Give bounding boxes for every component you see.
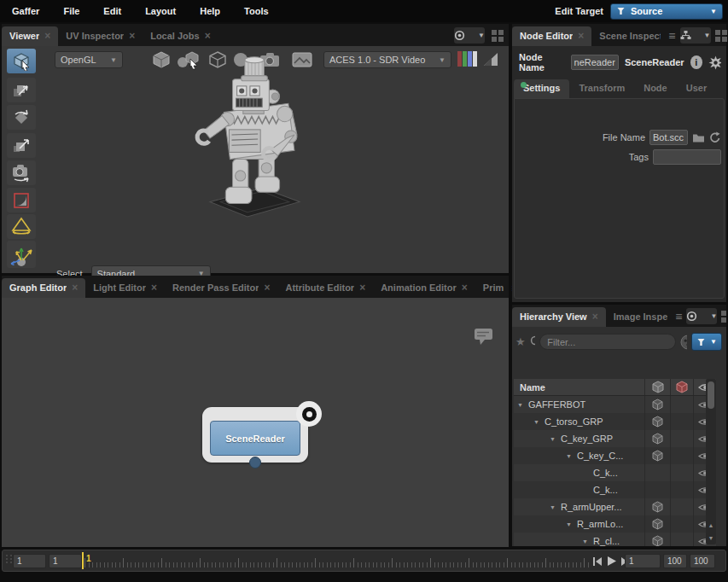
play-button[interactable] [606, 556, 617, 567]
playhead[interactable] [82, 552, 84, 569]
row-include-cube-icon[interactable] [645, 396, 671, 413]
row-include-cube-icon[interactable] [645, 515, 671, 533]
viewer-focus-dropdown[interactable]: ▼ [454, 27, 485, 44]
menu-item-file[interactable]: File [51, 6, 91, 16]
gear-icon[interactable] [708, 55, 721, 70]
expander-icon[interactable]: ▼ [517, 402, 525, 408]
tab-attribute-editor[interactable]: Attribute Editor× [277, 278, 373, 298]
expander-icon[interactable]: ▼ [550, 504, 557, 510]
menu-item-help[interactable]: Help [188, 6, 232, 16]
annotation-bubble-icon[interactable] [473, 327, 495, 347]
tab-uv-inspector[interactable]: UV Inspector× [58, 26, 143, 46]
end-frame-limit-input[interactable] [690, 554, 715, 568]
tab-animation-editor[interactable]: Animation Editor× [373, 278, 475, 298]
expander-icon[interactable]: ▼ [566, 521, 574, 527]
section-tab-user[interactable]: User [677, 79, 716, 98]
tags-input[interactable] [653, 149, 721, 165]
camera-tool-button[interactable] [7, 160, 36, 185]
close-icon[interactable]: × [44, 32, 50, 39]
tab-prim[interactable]: Prim [475, 278, 511, 298]
light-tool-button[interactable] [7, 214, 36, 239]
row-exclude-cell[interactable] [671, 533, 694, 546]
tab-hierarchy-view[interactable]: Hierarchy View× [512, 307, 606, 327]
close-icon[interactable]: × [205, 32, 211, 39]
enabled-indicator[interactable] [521, 82, 527, 88]
hierarchy-row[interactable]: ▼ C_key_C... [514, 447, 716, 464]
hierarchy-row[interactable]: ▼ R_armLo... [514, 515, 716, 533]
selection-tool-button[interactable] [7, 49, 36, 73]
editor-link-dropdown[interactable]: ▼ [680, 27, 711, 44]
hierarchy-row[interactable]: ▼ R_cl... [514, 533, 716, 546]
close-icon[interactable]: × [578, 32, 584, 39]
display-transform-dropdown[interactable]: ACES 1.0 - SDR Video ▼ [323, 51, 451, 68]
filter-options-icon[interactable] [680, 335, 687, 350]
shading-mode-icon[interactable] [152, 51, 171, 68]
layout-grid-icon[interactable] [492, 30, 504, 42]
row-include-cube-icon[interactable] [645, 447, 671, 464]
graph-canvas[interactable]: SceneReader [2, 298, 509, 547]
light-position-tool-button[interactable] [7, 241, 36, 268]
row-include-cube-icon[interactable] [645, 413, 671, 430]
hierarchy-row[interactable]: ▼ GAFFERBOT [514, 396, 716, 413]
scene-reader-node[interactable]: SceneReader [202, 407, 308, 463]
scrollbar-thumb[interactable] [708, 381, 714, 409]
hierarchy-row[interactable]: ▼ C_k... [514, 481, 716, 498]
hierarchy-focus-dropdown[interactable]: ▼ [686, 308, 717, 324]
start-frame-input[interactable] [13, 554, 46, 568]
row-exclude-cell[interactable] [671, 498, 694, 515]
refresh-icon[interactable] [709, 131, 721, 143]
expander-icon[interactable]: ▼ [566, 453, 574, 459]
tab-render-pass-editor[interactable]: Render Pass Editor× [165, 278, 278, 298]
tab-local-jobs[interactable]: Local Jobs× [143, 26, 218, 46]
expander-icon[interactable]: ▼ [550, 436, 557, 442]
node-output-connector[interactable] [249, 457, 261, 469]
close-icon[interactable]: × [359, 284, 365, 291]
row-include-cube-icon[interactable] [645, 464, 671, 481]
file-name-input[interactable] [649, 130, 688, 145]
exclude-cube-column-icon[interactable] [671, 379, 694, 395]
translate-tool-button[interactable] [7, 78, 36, 102]
end-frame-input[interactable] [663, 554, 687, 568]
section-tab-transform[interactable]: Transform [569, 79, 634, 98]
menu-item-tools[interactable]: Tools [232, 6, 281, 16]
scene-reader-node-body[interactable]: SceneReader [210, 421, 300, 456]
close-icon[interactable]: × [462, 284, 468, 291]
drag-handle[interactable] [6, 555, 13, 563]
scroll-down-icon[interactable]: ▼ [706, 532, 716, 544]
hierarchy-row[interactable]: ▼ C_k... [514, 464, 716, 481]
renderer-dropdown[interactable]: OpenGL ▼ [55, 51, 123, 68]
menu-item-layout[interactable]: Layout [133, 6, 188, 16]
skip-to-start-button[interactable] [592, 556, 603, 567]
node-focus-ring[interactable] [296, 401, 322, 427]
close-icon[interactable]: × [129, 32, 135, 39]
bookmarks-star-icon[interactable]: ★ [515, 335, 526, 348]
channels-rgb-icon[interactable] [457, 50, 478, 67]
row-exclude-cell[interactable] [671, 481, 694, 498]
row-include-cube-icon[interactable] [645, 533, 671, 546]
row-exclude-cell[interactable] [671, 515, 694, 533]
row-include-cube-icon[interactable] [645, 430, 671, 447]
hierarchy-row[interactable]: ▼ C_torso_GRP [514, 413, 716, 430]
scale-tool-button[interactable] [7, 133, 36, 158]
expander-icon[interactable]: ▼ [582, 538, 590, 544]
row-exclude-cell[interactable] [671, 464, 694, 481]
crop-window-tool-button[interactable] [7, 188, 36, 212]
close-icon[interactable]: × [592, 313, 598, 320]
info-icon[interactable]: i [690, 55, 702, 69]
row-include-cube-icon[interactable] [645, 498, 671, 515]
row-exclude-cell[interactable] [671, 413, 694, 430]
filter-mode-dropdown[interactable]: ▼ [691, 333, 722, 351]
include-cube-column-icon[interactable] [645, 379, 671, 395]
viewport[interactable]: OpenGL ▼ ACES 1.0 [2, 46, 509, 273]
hierarchy-row[interactable]: ▼ R_armUpper... [514, 498, 716, 515]
tab-light-editor[interactable]: Light Editor× [85, 278, 165, 298]
close-icon[interactable]: × [72, 284, 78, 291]
row-exclude-cell[interactable] [671, 447, 694, 464]
tab-image-inspe[interactable]: Image Inspe [606, 307, 676, 327]
filter-input[interactable] [539, 334, 676, 350]
current-frame-input-right[interactable] [625, 554, 661, 568]
row-exclude-cell[interactable] [671, 430, 694, 447]
folder-browse-icon[interactable] [692, 132, 705, 143]
tab-menu-icon[interactable]: ≡ [668, 32, 675, 40]
current-frame-input[interactable] [49, 554, 82, 568]
